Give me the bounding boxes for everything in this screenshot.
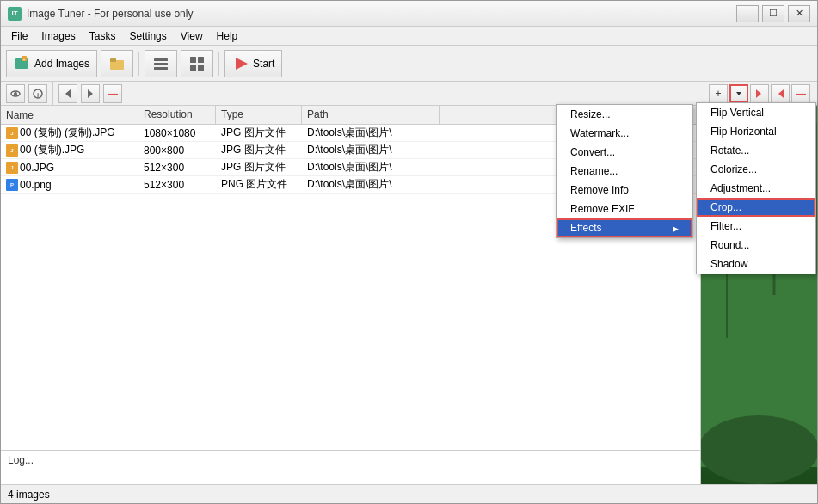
menu-remove-exif[interactable]: Remove EXIF xyxy=(557,200,692,218)
effects-submenu-arrow xyxy=(673,222,679,234)
grid-view-icon xyxy=(188,55,206,72)
menu-watermark[interactable]: Watermark... xyxy=(557,124,692,143)
menu-help[interactable]: Help xyxy=(210,28,245,44)
svg-rect-7 xyxy=(154,67,168,70)
remove-button[interactable]: — xyxy=(103,84,122,103)
dropdown-button[interactable] xyxy=(729,84,748,103)
file-type-3: PNG 图片文件 xyxy=(216,175,302,194)
tb2-separator xyxy=(52,82,53,106)
col-header-type[interactable]: Type xyxy=(216,106,302,124)
svg-marker-17 xyxy=(65,89,71,98)
svg-rect-11 xyxy=(198,65,204,71)
tb2-right-controls: + — xyxy=(709,84,810,103)
col-header-name[interactable]: Name xyxy=(1,106,138,124)
list-view-button[interactable] xyxy=(145,50,177,77)
maximize-button[interactable]: ☐ xyxy=(762,5,784,22)
status-bar: 4 images xyxy=(1,484,817,503)
submenu-flip-vertical[interactable]: Flip Vertical xyxy=(697,103,815,122)
list-view-icon xyxy=(152,55,169,72)
submenu-crop[interactable]: Crop... xyxy=(697,198,815,217)
svg-marker-21 xyxy=(778,89,784,98)
grid-view-button[interactable] xyxy=(181,50,213,77)
info-button[interactable]: i xyxy=(28,84,47,103)
file-res-3: 512×300 xyxy=(138,177,216,193)
file-path-0: D:\tools\桌面\图片\ xyxy=(302,125,440,142)
move-right-button[interactable] xyxy=(750,84,769,103)
menu-bar: File Images Tasks Settings View Help xyxy=(1,27,817,46)
svg-point-14 xyxy=(14,92,17,95)
svg-marker-19 xyxy=(736,92,741,95)
file-res-0: 1080×1080 xyxy=(138,126,216,141)
col-header-resolution[interactable]: Resolution xyxy=(138,106,216,124)
window-controls: — ☐ ✕ xyxy=(736,5,810,22)
main-toolbar: + Add Images xyxy=(1,46,817,82)
svg-point-44 xyxy=(701,415,817,484)
file-res-2: 512×300 xyxy=(138,160,216,175)
file-path-2: D:\tools\桌面\图片\ xyxy=(302,158,440,176)
png-icon-3: P xyxy=(6,179,18,191)
file-path-1: D:\tools\桌面\图片\ xyxy=(302,141,440,159)
jpg-icon-1: J xyxy=(6,144,18,157)
menu-tasks[interactable]: Tasks xyxy=(83,28,123,44)
menu-convert[interactable]: Convert... xyxy=(557,143,692,162)
svg-rect-5 xyxy=(154,58,168,61)
submenu-adjustment[interactable]: Adjustment... xyxy=(697,179,815,198)
effects-submenu: Flip Vertical Flip Horizontal Rotate... … xyxy=(696,102,816,274)
submenu-flip-horizontal[interactable]: Flip Horizontal xyxy=(697,122,815,141)
arrow-left-button[interactable] xyxy=(58,84,77,103)
menu-file[interactable]: File xyxy=(4,28,34,44)
menu-view[interactable]: View xyxy=(174,28,210,44)
file-type-2: JPG 图片文件 xyxy=(216,158,302,176)
file-name-1: J 00 (复制).JPG xyxy=(1,141,138,159)
file-type-0: JPG 图片文件 xyxy=(216,125,302,142)
window-title: Image Tuner - For personal use only xyxy=(27,8,736,20)
menu-settings[interactable]: Settings xyxy=(122,28,173,44)
dropdown-menu: Resize... Watermark... Convert... Rename… xyxy=(556,104,693,238)
add-images-button[interactable]: + Add Images xyxy=(6,50,97,77)
remove-right-button[interactable]: — xyxy=(791,84,810,103)
start-button[interactable]: Start xyxy=(224,50,282,77)
jpg-icon-2: J xyxy=(6,162,18,174)
start-label: Start xyxy=(253,58,274,70)
folder-icon xyxy=(108,55,126,72)
svg-marker-12 xyxy=(236,58,248,70)
open-folder-button[interactable] xyxy=(101,50,133,77)
menu-remove-info[interactable]: Remove Info xyxy=(557,181,692,200)
submenu-rotate[interactable]: Rotate... xyxy=(697,141,815,160)
menu-rename[interactable]: Rename... xyxy=(557,162,692,181)
title-bar: IT Image Tuner - For personal use only —… xyxy=(1,1,817,27)
svg-text:+: + xyxy=(22,57,26,62)
svg-rect-10 xyxy=(190,65,196,71)
log-area: Log... xyxy=(1,450,700,484)
status-text: 4 images xyxy=(8,489,50,501)
submenu-filter[interactable]: Filter... xyxy=(697,217,815,236)
svg-rect-4 xyxy=(110,58,116,62)
toolbar-separator-1 xyxy=(138,52,139,76)
arrow-right-button[interactable] xyxy=(81,84,100,103)
eye-button[interactable] xyxy=(6,84,25,103)
add-images-icon: + xyxy=(14,55,31,72)
file-name-0: J 00 (复制) (复制).JPG xyxy=(1,125,138,142)
submenu-shadow[interactable]: Shadow xyxy=(697,255,815,274)
close-button[interactable]: ✕ xyxy=(788,5,810,22)
file-res-1: 800×800 xyxy=(138,143,216,158)
main-area: Name Resolution Type Path J 00 (复制) (复制)… xyxy=(1,106,817,484)
minimize-button[interactable]: — xyxy=(736,5,759,22)
svg-marker-20 xyxy=(756,89,761,98)
move-left-button[interactable] xyxy=(771,84,790,103)
menu-effects[interactable]: Effects xyxy=(557,218,692,237)
jpg-icon-0: J xyxy=(6,127,18,139)
svg-rect-9 xyxy=(198,57,204,63)
submenu-colorize[interactable]: Colorize... xyxy=(697,160,815,179)
file-name-2: J 00.JPG xyxy=(1,160,138,175)
menu-images[interactable]: Images xyxy=(34,28,82,44)
app-icon: IT xyxy=(8,7,22,21)
add-images-label: Add Images xyxy=(34,58,89,70)
menu-resize[interactable]: Resize... xyxy=(557,105,692,124)
svg-rect-8 xyxy=(190,57,196,63)
col-header-path[interactable]: Path xyxy=(302,106,440,124)
add-small-button[interactable]: + xyxy=(709,84,728,103)
toolbar-separator-2 xyxy=(218,52,219,76)
submenu-round[interactable]: Round... xyxy=(697,236,815,255)
svg-marker-18 xyxy=(88,89,93,98)
